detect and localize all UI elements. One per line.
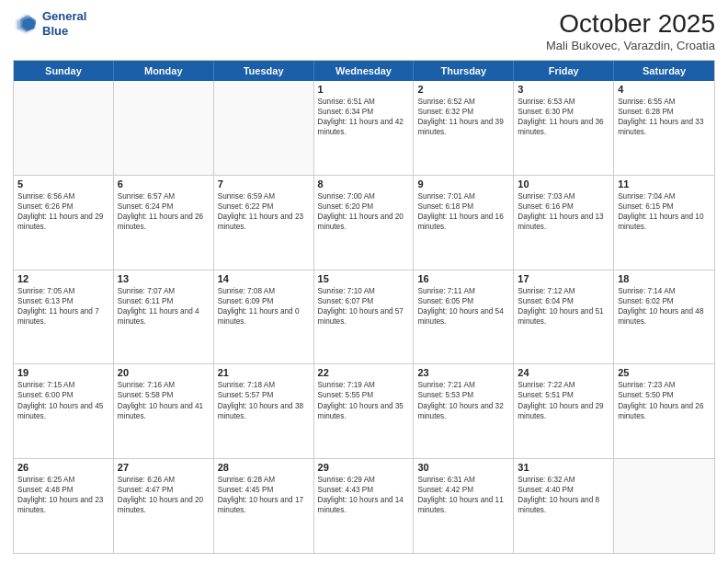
- day-number: 5: [17, 178, 109, 190]
- day-number: 7: [218, 178, 310, 190]
- day-cell-31: 31Sunrise: 6:32 AM Sunset: 4:40 PM Dayli…: [514, 459, 614, 553]
- day-cell-5: 5Sunrise: 6:56 AM Sunset: 6:26 PM Daylig…: [14, 176, 114, 270]
- day-info: Sunrise: 6:52 AM Sunset: 6:32 PM Dayligh…: [417, 97, 509, 137]
- day-number: 1: [318, 84, 410, 95]
- day-info: Sunrise: 6:32 AM Sunset: 4:40 PM Dayligh…: [518, 475, 609, 515]
- day-header-sunday: Sunday: [14, 61, 114, 81]
- day-number: 13: [118, 273, 210, 284]
- day-number: 25: [618, 367, 711, 378]
- month-title: October 2025: [546, 9, 715, 39]
- day-info: Sunrise: 6:51 AM Sunset: 6:34 PM Dayligh…: [318, 97, 410, 137]
- day-header-wednesday: Wednesday: [314, 61, 415, 81]
- day-info: Sunrise: 7:04 AM Sunset: 6:15 PM Dayligh…: [618, 191, 711, 232]
- day-number: 21: [218, 367, 310, 378]
- day-number: 9: [417, 178, 509, 190]
- location: Mali Bukovec, Varazdin, Croatia: [546, 39, 715, 52]
- day-cell-24: 24Sunrise: 7:22 AM Sunset: 5:51 PM Dayli…: [514, 364, 614, 458]
- day-info: Sunrise: 7:07 AM Sunset: 6:11 PM Dayligh…: [118, 286, 210, 327]
- day-info: Sunrise: 7:00 AM Sunset: 6:20 PM Dayligh…: [318, 191, 410, 232]
- day-cell-16: 16Sunrise: 7:11 AM Sunset: 6:05 PM Dayli…: [414, 270, 514, 364]
- day-info: Sunrise: 6:59 AM Sunset: 6:22 PM Dayligh…: [218, 191, 310, 232]
- day-cell-9: 9Sunrise: 7:01 AM Sunset: 6:18 PM Daylig…: [414, 176, 514, 270]
- day-number: 3: [518, 84, 609, 95]
- logo-icon: [13, 11, 39, 37]
- day-number: 11: [618, 178, 711, 190]
- day-info: Sunrise: 7:11 AM Sunset: 6:05 PM Dayligh…: [417, 286, 509, 327]
- day-cell-20: 20Sunrise: 7:16 AM Sunset: 5:58 PM Dayli…: [114, 364, 214, 458]
- day-cell-10: 10Sunrise: 7:03 AM Sunset: 6:16 PM Dayli…: [514, 176, 614, 270]
- day-cell-15: 15Sunrise: 7:10 AM Sunset: 6:07 PM Dayli…: [314, 270, 415, 364]
- day-cell-18: 18Sunrise: 7:14 AM Sunset: 6:02 PM Dayli…: [614, 270, 714, 364]
- day-info: Sunrise: 6:29 AM Sunset: 4:43 PM Dayligh…: [318, 475, 410, 515]
- day-info: Sunrise: 7:03 AM Sunset: 6:16 PM Dayligh…: [518, 191, 609, 232]
- day-cell-30: 30Sunrise: 6:31 AM Sunset: 4:42 PM Dayli…: [414, 459, 514, 553]
- day-number: 26: [17, 462, 109, 473]
- day-cell-21: 21Sunrise: 7:18 AM Sunset: 5:57 PM Dayli…: [214, 364, 314, 458]
- day-number: 30: [417, 462, 509, 473]
- day-info: Sunrise: 7:16 AM Sunset: 5:58 PM Dayligh…: [118, 380, 210, 420]
- day-number: 22: [318, 367, 410, 378]
- day-cell-empty-0-2: [214, 81, 314, 175]
- day-number: 17: [518, 273, 609, 284]
- day-number: 27: [118, 462, 210, 473]
- day-cell-3: 3Sunrise: 6:53 AM Sunset: 6:30 PM Daylig…: [514, 81, 614, 175]
- day-number: 6: [118, 178, 210, 190]
- day-header-monday: Monday: [114, 61, 214, 81]
- day-header-saturday: Saturday: [614, 61, 714, 81]
- day-number: 19: [17, 367, 109, 378]
- week-row-5: 26Sunrise: 6:25 AM Sunset: 4:48 PM Dayli…: [14, 459, 714, 553]
- day-info: Sunrise: 7:22 AM Sunset: 5:51 PM Dayligh…: [518, 380, 609, 420]
- day-number: 8: [318, 178, 410, 190]
- logo: General Blue: [13, 9, 86, 38]
- day-number: 31: [518, 462, 609, 473]
- day-info: Sunrise: 7:10 AM Sunset: 6:07 PM Dayligh…: [318, 286, 410, 327]
- week-row-2: 5Sunrise: 6:56 AM Sunset: 6:26 PM Daylig…: [14, 176, 714, 270]
- day-info: Sunrise: 7:23 AM Sunset: 5:50 PM Dayligh…: [618, 380, 711, 420]
- day-header-tuesday: Tuesday: [214, 61, 314, 81]
- day-cell-8: 8Sunrise: 7:00 AM Sunset: 6:20 PM Daylig…: [314, 176, 415, 270]
- day-number: 15: [318, 273, 410, 284]
- day-number: 4: [618, 84, 711, 95]
- day-cell-12: 12Sunrise: 7:05 AM Sunset: 6:13 PM Dayli…: [14, 270, 114, 364]
- day-cell-4: 4Sunrise: 6:55 AM Sunset: 6:28 PM Daylig…: [614, 81, 714, 175]
- day-cell-empty-0-1: [114, 81, 214, 175]
- day-info: Sunrise: 7:01 AM Sunset: 6:18 PM Dayligh…: [417, 191, 509, 232]
- day-info: Sunrise: 6:25 AM Sunset: 4:48 PM Dayligh…: [17, 475, 109, 515]
- day-cell-22: 22Sunrise: 7:19 AM Sunset: 5:55 PM Dayli…: [314, 364, 415, 458]
- day-number: 12: [17, 273, 109, 284]
- day-info: Sunrise: 7:12 AM Sunset: 6:04 PM Dayligh…: [518, 286, 609, 327]
- day-info: Sunrise: 6:53 AM Sunset: 6:30 PM Dayligh…: [518, 97, 609, 137]
- day-info: Sunrise: 7:14 AM Sunset: 6:02 PM Dayligh…: [618, 286, 711, 327]
- day-number: 29: [318, 462, 410, 473]
- day-cell-19: 19Sunrise: 7:15 AM Sunset: 6:00 PM Dayli…: [14, 364, 114, 458]
- calendar-body: 1Sunrise: 6:51 AM Sunset: 6:34 PM Daylig…: [14, 81, 714, 553]
- week-row-1: 1Sunrise: 6:51 AM Sunset: 6:34 PM Daylig…: [14, 81, 714, 176]
- day-number: 28: [218, 462, 310, 473]
- day-number: 10: [518, 178, 609, 190]
- day-number: 14: [218, 273, 310, 284]
- day-info: Sunrise: 6:56 AM Sunset: 6:26 PM Dayligh…: [17, 191, 109, 232]
- day-cell-2: 2Sunrise: 6:52 AM Sunset: 6:32 PM Daylig…: [414, 81, 514, 175]
- header: General Blue October 2025 Mali Bukovec, …: [13, 9, 715, 52]
- day-info: Sunrise: 6:57 AM Sunset: 6:24 PM Dayligh…: [118, 191, 210, 232]
- day-info: Sunrise: 6:28 AM Sunset: 4:45 PM Dayligh…: [218, 475, 310, 515]
- day-info: Sunrise: 7:18 AM Sunset: 5:57 PM Dayligh…: [218, 380, 310, 420]
- day-cell-17: 17Sunrise: 7:12 AM Sunset: 6:04 PM Dayli…: [514, 270, 614, 364]
- day-info: Sunrise: 7:05 AM Sunset: 6:13 PM Dayligh…: [17, 286, 109, 327]
- day-number: 20: [118, 367, 210, 378]
- day-info: Sunrise: 6:26 AM Sunset: 4:47 PM Dayligh…: [118, 475, 210, 515]
- day-header-friday: Friday: [514, 61, 614, 81]
- day-cell-26: 26Sunrise: 6:25 AM Sunset: 4:48 PM Dayli…: [14, 459, 114, 553]
- day-cell-14: 14Sunrise: 7:08 AM Sunset: 6:09 PM Dayli…: [214, 270, 314, 364]
- week-row-3: 12Sunrise: 7:05 AM Sunset: 6:13 PM Dayli…: [14, 270, 714, 365]
- day-cell-13: 13Sunrise: 7:07 AM Sunset: 6:11 PM Dayli…: [114, 270, 214, 364]
- day-cell-empty-4-6: [614, 459, 714, 553]
- calendar: SundayMondayTuesdayWednesdayThursdayFrid…: [13, 60, 715, 554]
- day-info: Sunrise: 7:08 AM Sunset: 6:09 PM Dayligh…: [218, 286, 310, 327]
- day-cell-7: 7Sunrise: 6:59 AM Sunset: 6:22 PM Daylig…: [214, 176, 314, 270]
- calendar-container: General Blue October 2025 Mali Bukovec, …: [0, 0, 728, 563]
- day-number: 24: [518, 367, 609, 378]
- day-headers: SundayMondayTuesdayWednesdayThursdayFrid…: [14, 61, 714, 81]
- day-cell-empty-0-0: [14, 81, 114, 175]
- logo-text: General Blue: [42, 9, 86, 38]
